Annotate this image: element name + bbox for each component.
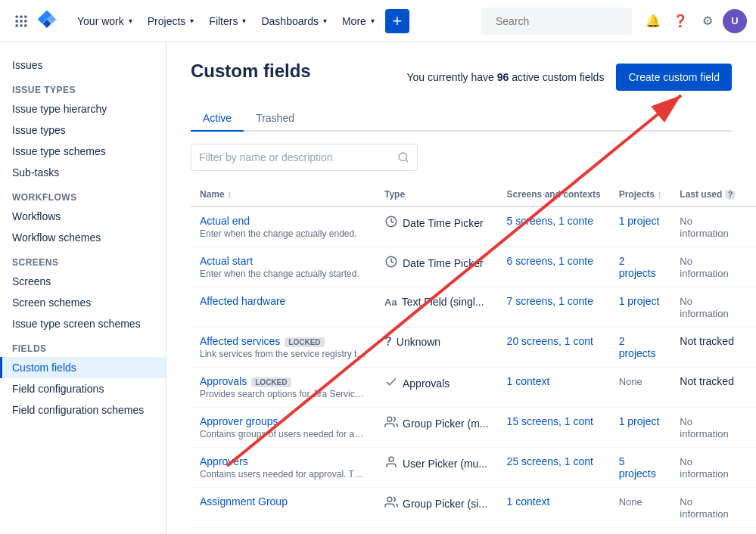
field-type-cell: User Picker (mu... xyxy=(375,448,498,488)
field-actions-cell: ··· xyxy=(745,408,756,448)
dashboards-nav[interactable]: Dashboards ▾ xyxy=(254,9,334,33)
sidebar-item-issue-types[interactable]: Issue types xyxy=(0,120,166,141)
svg-point-15 xyxy=(387,417,392,421)
grid-menu-icon[interactable] xyxy=(9,9,33,33)
projects-link[interactable]: 2 projects xyxy=(619,255,656,279)
sidebar-item-workflow-schemes[interactable]: Workflow schemes xyxy=(0,227,166,248)
table-row: Actual end Enter when the change actuall… xyxy=(191,206,756,247)
col-name: Name ↕ xyxy=(191,183,375,206)
field-projects-cell: None xyxy=(610,488,671,528)
field-name-link[interactable]: Affected hardware xyxy=(200,295,366,307)
field-name-link[interactable]: ApprovalsLOCKED xyxy=(200,375,366,387)
sidebar-item-field-configuration-schemes[interactable]: Field configuration schemes xyxy=(0,399,166,421)
screens-link[interactable]: 20 screens, 1 cont xyxy=(507,335,593,347)
last-used-value: Not tracked xyxy=(680,335,734,347)
table-row: Approver groups Contains groups of users… xyxy=(191,408,756,448)
field-type: Approvals xyxy=(384,375,489,392)
field-description: Contains groups of users needed for appr… xyxy=(200,429,366,439)
main-content: Custom fields You currently have 96 acti… xyxy=(166,42,756,534)
sidebar-section-title: FIELDS xyxy=(0,334,166,357)
create-custom-field-button[interactable]: Create custom field xyxy=(616,64,732,91)
field-name-cell: Approver groups Contains groups of users… xyxy=(191,408,375,448)
add-button[interactable]: + xyxy=(385,9,409,33)
field-name-link[interactable]: Approver groups xyxy=(200,415,366,427)
avatar[interactable]: U xyxy=(723,9,747,33)
projects-link[interactable]: 1 project xyxy=(619,215,660,227)
last-used-value: No information xyxy=(680,216,728,239)
screens-link[interactable]: 1 context xyxy=(507,375,550,387)
your-work-nav[interactable]: Your work ▾ xyxy=(70,9,140,33)
tab-trashed[interactable]: Trashed xyxy=(244,106,306,132)
help-icon[interactable]: ❓ xyxy=(668,9,692,33)
field-type-cell: Date Time Picker xyxy=(375,206,498,247)
projects-link[interactable]: 5 projects xyxy=(619,455,656,480)
filter-row xyxy=(191,144,732,171)
sidebar-item-screens[interactable]: Screens xyxy=(0,271,166,292)
field-name-cell: Actual start Enter when the change actua… xyxy=(191,247,375,287)
projects-nav[interactable]: Projects ▾ xyxy=(140,9,202,33)
table-row: Affected servicesLOCKED Link services fr… xyxy=(191,328,756,368)
svg-rect-6 xyxy=(16,24,18,26)
projects-link[interactable]: 1 project xyxy=(619,295,660,307)
table-header: Name ↕ Type Screens and contexts Project… xyxy=(191,183,756,206)
type-icon xyxy=(384,455,398,472)
jira-logo[interactable] xyxy=(36,9,61,33)
projects-link[interactable]: 2 projects xyxy=(619,335,656,359)
sidebar-item-workflows[interactable]: Workflows xyxy=(0,206,166,227)
field-name-link[interactable]: Assignment Group xyxy=(200,495,366,508)
filters-nav[interactable]: Filters ▾ xyxy=(201,9,254,33)
screens-link[interactable]: 15 screens, 1 cont xyxy=(507,415,593,427)
screens-link[interactable]: 5 screens, 1 conte xyxy=(507,215,593,227)
field-screens-cell: 1 context xyxy=(498,488,610,528)
search-input[interactable] xyxy=(496,15,628,27)
more-nav[interactable]: More ▾ xyxy=(334,9,382,33)
chevron-down-icon: ▾ xyxy=(323,17,327,25)
top-navigation: Your work ▾ Projects ▾ Filters ▾ Dashboa… xyxy=(0,0,756,42)
search-bar[interactable] xyxy=(481,8,632,35)
last-used-value: Not tracked xyxy=(680,375,734,387)
svg-rect-3 xyxy=(16,20,18,22)
sidebar-item-sub-tasks[interactable]: Sub-tasks xyxy=(0,162,166,183)
field-name-link[interactable]: Actual start xyxy=(200,255,366,267)
col-type: Type xyxy=(375,183,498,206)
field-description: Contains users needed for approval. This… xyxy=(200,469,366,480)
notifications-icon[interactable]: 🔔 xyxy=(641,9,665,33)
type-icon xyxy=(384,255,398,272)
screens-link[interactable]: 6 screens, 1 conte xyxy=(507,255,593,267)
field-type: ? Unknown xyxy=(384,335,489,349)
screens-link[interactable]: 7 screens, 1 conte xyxy=(507,295,593,307)
svg-rect-1 xyxy=(20,15,22,17)
svg-rect-4 xyxy=(20,20,22,22)
sidebar-item-issues[interactable]: Issues xyxy=(0,54,166,76)
field-description: Enter when the change actually started. xyxy=(200,269,366,279)
fields-table-wrap: Name ↕ Type Screens and contexts Project… xyxy=(191,183,732,534)
field-name-link[interactable]: Approvers xyxy=(200,455,366,467)
last-used-value: No information xyxy=(680,496,728,520)
sidebar-item-screen-schemes[interactable]: Screen schemes xyxy=(0,292,166,313)
field-name-cell: Backout plan xyxy=(191,528,375,535)
svg-rect-0 xyxy=(16,15,18,17)
screens-link[interactable]: 1 context xyxy=(507,495,550,508)
svg-line-12 xyxy=(406,160,408,162)
field-name-link[interactable]: Affected servicesLOCKED xyxy=(200,335,366,347)
sidebar-item-custom-fields[interactable]: Custom fields xyxy=(0,357,166,378)
projects-link[interactable]: 1 project xyxy=(619,415,660,427)
field-projects-cell: 1 project xyxy=(610,206,671,247)
field-actions-cell: ··· xyxy=(745,488,756,528)
filter-input-container[interactable] xyxy=(191,144,418,171)
col-projects: Projects ↕ xyxy=(610,183,671,206)
sidebar-item-field-configurations[interactable]: Field configurations xyxy=(0,378,166,399)
sidebar-item-issue-type-screen-schemes[interactable]: Issue type screen schemes xyxy=(0,313,166,334)
screens-link[interactable]: 25 screens, 1 cont xyxy=(507,455,593,467)
tab-active[interactable]: Active xyxy=(191,106,244,132)
field-name-link[interactable]: Actual end xyxy=(200,215,366,227)
fields-table: Name ↕ Type Screens and contexts Project… xyxy=(191,183,756,534)
filter-input[interactable] xyxy=(199,151,391,163)
chevron-down-icon: ▾ xyxy=(129,17,132,25)
type-icon xyxy=(384,215,398,231)
settings-icon[interactable]: ⚙ xyxy=(695,9,720,33)
field-projects-cell: 2 projects xyxy=(610,247,671,287)
sidebar-item-issue-type-schemes[interactable]: Issue type schemes xyxy=(0,141,166,162)
field-last-used-cell: No information xyxy=(670,448,745,488)
sidebar-item-issue-type-hierarchy[interactable]: Issue type hierarchy xyxy=(0,98,166,120)
